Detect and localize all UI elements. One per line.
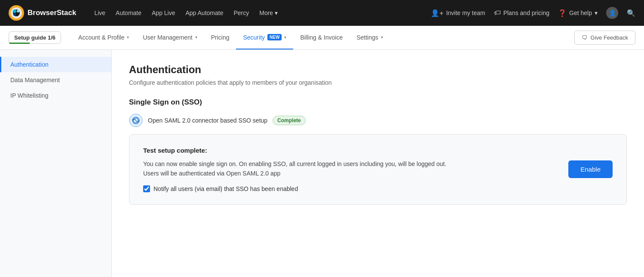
nav-settings[interactable]: Settings ▾	[350, 26, 390, 49]
setup-guide-progress-bar	[9, 43, 30, 44]
setup-guide-badge[interactable]: Setup guide 1/6	[9, 31, 61, 44]
chevron-down-icon: ▾	[195, 35, 197, 40]
nav-account-profile[interactable]: Account & Profile ▾	[71, 26, 136, 49]
feedback-icon: 🗨	[582, 34, 587, 41]
top-nav-links: Live Automate App Live App Automate Perc…	[90, 7, 420, 19]
browserstack-logo-icon	[9, 5, 24, 21]
main-content: Authentication Configure authentication …	[112, 50, 644, 277]
sidebar-item-authentication[interactable]: Authentication	[0, 57, 111, 72]
give-feedback-button[interactable]: 🗨 Give Feedback	[574, 31, 635, 45]
chevron-down-icon: ▾	[275, 9, 278, 16]
nav-link-applive[interactable]: App Live	[147, 7, 179, 19]
user-icon: 👤	[609, 9, 616, 16]
nav-user-management[interactable]: User Management ▾	[136, 26, 204, 49]
second-nav-links: Account & Profile ▾ User Management ▾ Pr…	[71, 26, 574, 49]
sso-connector-row: Open SAML 2.0 connector based SSO setup …	[129, 114, 627, 127]
enable-sso-button[interactable]: Enable	[568, 160, 613, 178]
setup-box-content: Test setup complete: You can now enable …	[143, 147, 558, 192]
logo-text: BrowserStack	[28, 9, 76, 17]
top-navigation: BrowserStack Live Automate App Live App …	[0, 0, 644, 26]
nav-link-automate[interactable]: Automate	[111, 7, 146, 19]
sidebar-item-ip-whitelisting[interactable]: IP Whitelisting	[0, 88, 111, 103]
page-subtitle: Configure authentication policies that a…	[129, 79, 627, 86]
saml-icon	[129, 114, 143, 127]
nav-link-live[interactable]: Live	[90, 7, 110, 19]
notify-users-row: Notify all users (via email) that SSO ha…	[143, 185, 558, 192]
logo-area[interactable]: BrowserStack	[9, 5, 76, 21]
nav-billing-invoice[interactable]: Billing & Invoice	[293, 26, 350, 49]
notify-users-checkbox[interactable]	[143, 185, 150, 192]
question-icon: ❓	[558, 9, 567, 17]
user-plus-icon: 👤+	[431, 9, 443, 17]
nav-link-more[interactable]: More ▾	[255, 7, 282, 19]
user-avatar[interactable]: 👤	[606, 7, 618, 19]
top-nav-right: 👤+ Invite my team 🏷 Plans and pricing ❓ …	[431, 7, 635, 19]
svg-point-3	[13, 9, 16, 13]
second-navigation: Setup guide 1/6 Account & Profile ▾ User…	[0, 26, 644, 50]
complete-badge: Complete	[273, 116, 306, 125]
nav-link-appautomate[interactable]: App Automate	[181, 7, 228, 19]
invite-team-button[interactable]: 👤+ Invite my team	[431, 9, 485, 17]
get-help-button[interactable]: ❓ Get help ▾	[558, 9, 598, 17]
chevron-down-icon: ▾	[595, 9, 598, 16]
sso-section-title: Single Sign on (SSO)	[129, 98, 627, 107]
notify-users-label: Notify all users (via email) that SSO ha…	[153, 185, 298, 192]
setup-box-description: You can now enable single sign on. On en…	[143, 159, 558, 179]
chevron-down-icon: ▾	[127, 35, 129, 40]
sidebar-item-data-management[interactable]: Data Management	[0, 72, 111, 88]
nav-security[interactable]: Security New ▾	[236, 26, 293, 49]
tag-icon: 🏷	[494, 9, 501, 17]
plans-pricing-button[interactable]: 🏷 Plans and pricing	[494, 9, 549, 17]
svg-point-5	[13, 13, 16, 16]
sso-connector-label: Open SAML 2.0 connector based SSO setup	[148, 117, 267, 124]
chevron-down-icon: ▾	[284, 35, 286, 40]
setup-complete-box: Test setup complete: You can now enable …	[129, 134, 627, 205]
new-badge: New	[267, 34, 282, 40]
chevron-down-icon: ▾	[381, 35, 383, 40]
nav-pricing[interactable]: Pricing	[204, 26, 236, 49]
search-icon[interactable]: 🔍	[627, 9, 635, 17]
svg-point-4	[17, 10, 19, 12]
sidebar: Authentication Data Management IP Whitel…	[0, 50, 112, 277]
nav-link-percy[interactable]: Percy	[229, 7, 253, 19]
page-title: Authentication	[129, 64, 627, 76]
main-layout: Authentication Data Management IP Whitel…	[0, 50, 644, 277]
setup-box-title: Test setup complete:	[143, 147, 558, 154]
